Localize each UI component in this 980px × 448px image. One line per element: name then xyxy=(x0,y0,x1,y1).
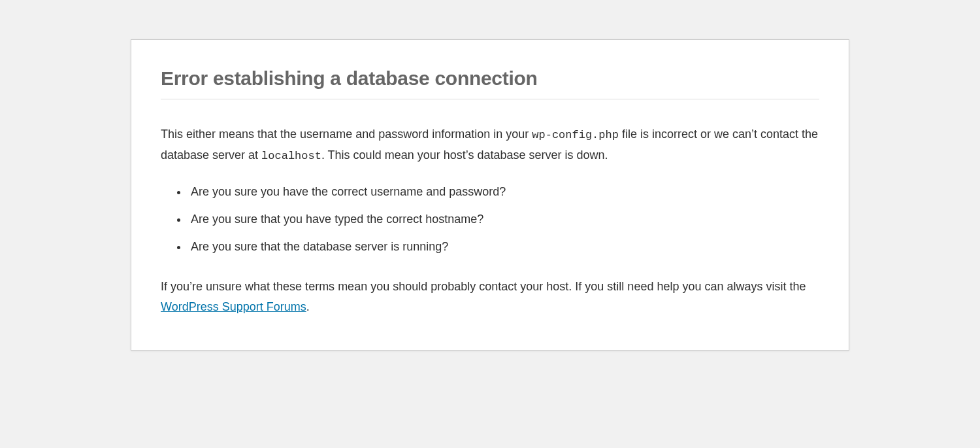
intro-text-1: This either means that the username and … xyxy=(161,128,532,141)
error-intro-paragraph: This either means that the username and … xyxy=(161,124,819,166)
support-forums-link[interactable]: WordPress Support Forums xyxy=(161,300,306,313)
error-page-card: Error establishing a database connection… xyxy=(131,39,849,351)
checklist-item: Are you sure that you have typed the cor… xyxy=(188,211,819,229)
checklist-item: Are you sure you have the correct userna… xyxy=(188,183,819,201)
footer-text-2: . xyxy=(306,300,310,313)
footer-text-1: If you’re unsure what these terms mean y… xyxy=(161,280,806,293)
error-checklist: Are you sure you have the correct userna… xyxy=(188,183,819,256)
intro-text-3: . This could mean your host’s database s… xyxy=(321,148,608,162)
checklist-item: Are you sure that the database server is… xyxy=(188,238,819,256)
config-file-code: wp-config.php xyxy=(532,129,619,141)
error-footer-paragraph: If you’re unsure what these terms mean y… xyxy=(161,277,819,317)
error-heading: Error establishing a database connection xyxy=(161,56,819,99)
db-host-code: localhost xyxy=(261,150,321,162)
